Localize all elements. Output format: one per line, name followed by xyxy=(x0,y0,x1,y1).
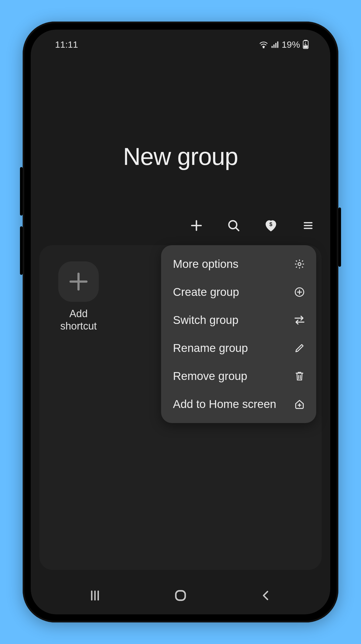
shortcut-label: Add shortcut xyxy=(60,308,97,332)
swap-icon xyxy=(294,314,305,326)
svg-rect-6 xyxy=(304,40,307,41)
menu-item-label: Rename group xyxy=(173,342,248,355)
menu-button[interactable] xyxy=(301,218,315,233)
donate-button[interactable]: $ xyxy=(264,218,278,233)
menu-item-create-group[interactable]: Create group xyxy=(161,278,316,306)
navigation-bar xyxy=(31,577,330,614)
gear-icon xyxy=(294,258,305,270)
svg-text:$: $ xyxy=(270,221,273,227)
menu-item-switch-group[interactable]: Switch group xyxy=(161,306,316,334)
plus-icon xyxy=(58,261,99,302)
svg-rect-29 xyxy=(176,591,185,600)
menu-item-label: Switch group xyxy=(173,314,239,327)
svg-rect-1 xyxy=(271,46,273,48)
status-time: 11:11 xyxy=(55,39,78,50)
page-title: New group xyxy=(31,143,330,171)
toolbar: $ xyxy=(189,218,315,233)
menu-item-label: More options xyxy=(173,258,239,271)
menu-item-label: Remove group xyxy=(173,370,247,383)
menu-item-label: Add to Home screen xyxy=(173,398,276,411)
pencil-icon xyxy=(294,342,305,354)
volume-down-button xyxy=(20,226,23,275)
screen: 11:11 19% xyxy=(31,30,330,614)
menu-item-label: Create group xyxy=(173,286,239,299)
back-button[interactable] xyxy=(255,585,277,606)
recents-button[interactable] xyxy=(84,585,106,606)
menu-item-remove-group[interactable]: Remove group xyxy=(161,362,316,390)
overflow-menu: More options Create group Switch gr xyxy=(161,245,316,423)
signal-icon xyxy=(271,41,279,48)
svg-point-0 xyxy=(263,47,264,48)
svg-rect-3 xyxy=(275,43,276,48)
phone-frame: 11:11 19% xyxy=(23,22,338,622)
status-right: 19% xyxy=(259,39,309,50)
menu-item-more-options[interactable]: More options xyxy=(161,250,316,278)
power-button xyxy=(338,207,341,267)
plus-circle-icon xyxy=(294,286,305,298)
home-plus-icon xyxy=(294,398,305,410)
add-button[interactable] xyxy=(189,218,204,233)
battery-icon xyxy=(303,40,309,49)
search-button[interactable] xyxy=(226,218,241,233)
status-bar: 11:11 19% xyxy=(31,30,330,59)
svg-rect-2 xyxy=(273,44,274,48)
home-button[interactable] xyxy=(170,585,191,606)
svg-point-18 xyxy=(298,263,301,266)
menu-item-rename-group[interactable]: Rename group xyxy=(161,334,316,362)
add-shortcut-tile[interactable]: Add shortcut xyxy=(50,261,107,332)
menu-item-add-home[interactable]: Add to Home screen xyxy=(161,390,316,418)
battery-percent: 19% xyxy=(282,39,300,50)
svg-rect-4 xyxy=(277,41,278,48)
svg-line-11 xyxy=(236,227,239,230)
volume-up-button xyxy=(20,167,23,216)
wifi-icon xyxy=(259,41,268,48)
trash-icon xyxy=(294,370,305,382)
